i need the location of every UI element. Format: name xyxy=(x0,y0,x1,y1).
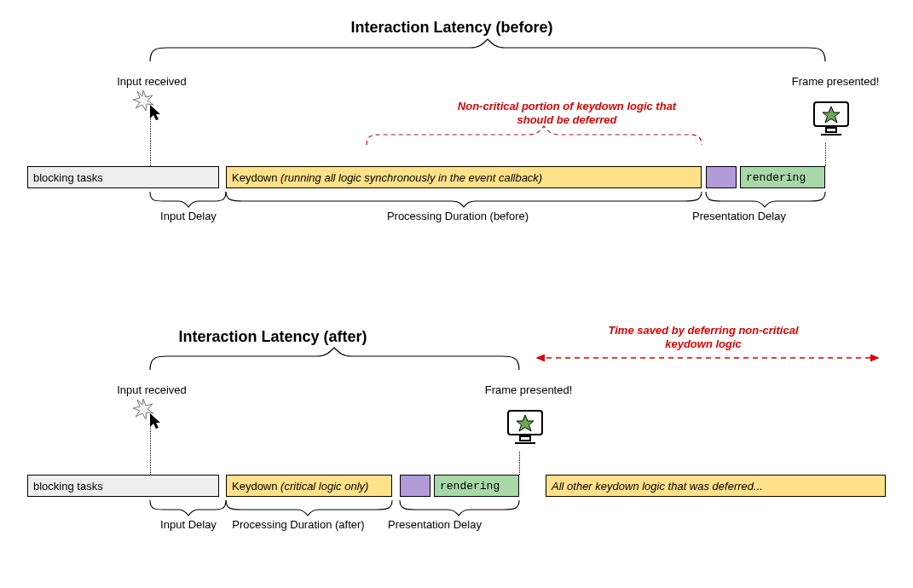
before-seg-purple xyxy=(706,166,737,188)
before-top-brace xyxy=(150,39,825,61)
after-seg-rendering: rendering xyxy=(434,475,519,497)
before-seg-rendering-text: rendering xyxy=(746,171,806,184)
after-seg-purple xyxy=(400,475,430,497)
after-seg-rendering-text: rendering xyxy=(440,480,500,493)
after-frame-vline xyxy=(519,452,520,475)
after-top-brace xyxy=(150,348,519,370)
svg-rect-7 xyxy=(520,436,530,441)
before-frame-presented-label: Frame presented! xyxy=(784,75,887,88)
before-seg-keydown-text: Keydown (running all logic synchronously… xyxy=(232,171,542,184)
svg-rect-2 xyxy=(826,128,836,132)
after-brace-presentation-svg xyxy=(400,500,519,516)
before-seg-blocking: blocking tasks xyxy=(27,166,219,188)
before-input-vline xyxy=(150,115,151,166)
input-starburst-icon-after xyxy=(133,399,153,419)
before-brace-input xyxy=(150,192,226,207)
after-brace-input-delay: Input Delay xyxy=(150,518,227,531)
svg-marker-5 xyxy=(133,399,153,419)
svg-marker-9 xyxy=(517,415,534,431)
before-brace-presentation: Presentation Delay xyxy=(679,210,799,222)
svg-marker-4 xyxy=(823,107,840,123)
before-brace-processing: Processing Duration (before) xyxy=(373,210,543,222)
before-deferred-note-text: Non-critical portion of keydown logic th… xyxy=(458,100,676,126)
cursor-icon-after xyxy=(150,413,160,429)
after-brace-processing-svg xyxy=(226,500,392,516)
svg-rect-6 xyxy=(508,411,542,435)
monitor-icon-after xyxy=(508,411,542,443)
before-input-received-label: Input received xyxy=(109,75,194,88)
after-input-received-label: Input received xyxy=(109,383,194,396)
input-starburst-icon-before xyxy=(133,90,153,111)
before-seg-keydown: Keydown (running all logic synchronously… xyxy=(226,166,702,188)
svg-marker-0 xyxy=(133,90,153,111)
after-kd-prefix: Keydown xyxy=(232,480,280,493)
after-brace-presentation: Presentation Delay xyxy=(375,518,494,531)
after-seg-deferred: All other keydown logic that was deferre… xyxy=(546,475,886,497)
cursor-icon-before xyxy=(150,105,160,120)
after-time-saved-note: Time saved by deferring non-critical key… xyxy=(597,324,810,352)
diagram-overlay xyxy=(0,0,913,588)
after-seg-keydown-text: Keydown (critical logic only) xyxy=(232,480,368,493)
after-brace-processing: Processing Duration (after) xyxy=(222,518,375,531)
before-seg-rendering: rendering xyxy=(740,166,825,188)
after-seg-keydown: Keydown (critical logic only) xyxy=(226,475,392,497)
svg-rect-1 xyxy=(814,102,848,126)
before-brace-processing-svg xyxy=(226,192,702,207)
before-title: Interaction Latency (before) xyxy=(341,19,563,37)
after-seg-deferred-text: All other keydown logic that was deferre… xyxy=(552,480,763,493)
before-brace-input-delay: Input Delay xyxy=(150,210,227,222)
before-track: blocking tasks Keydown (running all logi… xyxy=(27,166,886,188)
before-deferred-note: Non-critical portion of keydown logic th… xyxy=(456,100,678,128)
after-time-saved-text: Time saved by deferring non-critical key… xyxy=(609,324,799,350)
after-seg-blocking: blocking tasks xyxy=(27,475,219,497)
before-frame-vline xyxy=(825,143,826,166)
before-kd-prefix: Keydown xyxy=(232,171,280,184)
after-frame-presented-label: Frame presented! xyxy=(477,383,580,396)
before-kd-suffix: (running all logic synchronously in the … xyxy=(280,171,542,184)
after-brace-input xyxy=(150,500,226,516)
before-red-brace xyxy=(367,126,702,145)
before-seg-blocking-text: blocking tasks xyxy=(33,171,103,184)
after-input-vline xyxy=(150,424,151,475)
after-title: Interaction Latency (after) xyxy=(162,328,384,346)
before-brace-presentation-svg xyxy=(706,192,825,207)
monitor-icon-before xyxy=(814,102,848,135)
after-track: blocking tasks Keydown (critical logic o… xyxy=(27,475,886,497)
after-seg-blocking-text: blocking tasks xyxy=(33,480,103,493)
after-kd-suffix: (critical logic only) xyxy=(280,480,368,493)
